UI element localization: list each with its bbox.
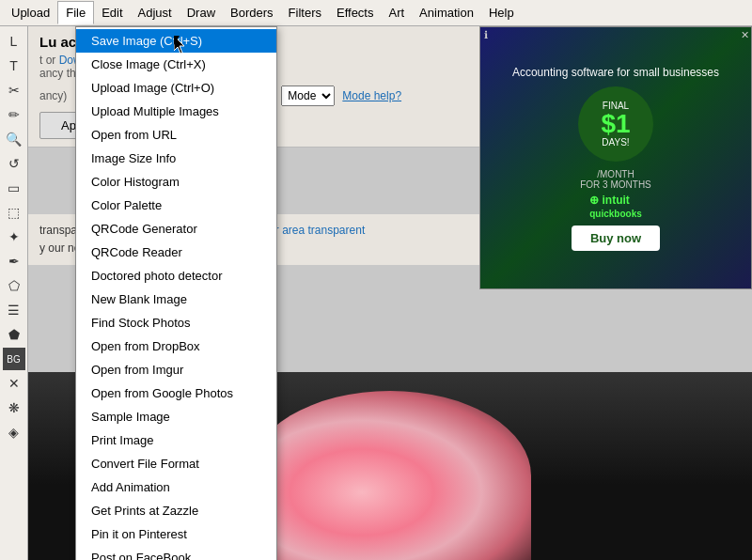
tool-layers[interactable]: ☰ (3, 299, 25, 321)
menu-help[interactable]: Help (481, 2, 522, 23)
ad-info-icon[interactable]: ℹ (484, 29, 488, 41)
tool-pen[interactable]: ✒ (3, 250, 25, 272)
dropdown-item-open-url[interactable]: Open from URL (76, 123, 276, 147)
left-toolbar: L T ✂ ✏ 🔍 ↺ ▭ ⬚ ✦ ✒ ⬠ ☰ ⬟ BG ✕ ❋ ◈ (0, 26, 28, 560)
dropdown-item-prints-zazzle[interactable]: Get Prints at Zazzle (76, 499, 276, 522)
ad-buy-button[interactable]: Buy now (572, 226, 660, 251)
mode-help-link[interactable]: Mode help? (342, 89, 401, 102)
ad-title: Accounting software for small businesses (512, 66, 719, 79)
tool-pencil[interactable]: ✏ (3, 103, 25, 126)
menu-effects[interactable]: Effects (329, 2, 382, 23)
dropdown-item-new-blank[interactable]: New Blank Image (76, 288, 276, 311)
ad-badge: FINAL $1 DAYS! (578, 86, 653, 162)
menu-draw[interactable]: Draw (180, 2, 223, 23)
dropdown-item-upload-image[interactable]: Upload Image (Ctrl+O) (76, 76, 276, 100)
tool-shape[interactable]: ⬠ (3, 274, 25, 297)
menubar: Upload File Edit Adjust Draw Borders Fil… (0, 0, 752, 26)
dropdown-item-add-animation[interactable]: Add Animation (76, 475, 276, 499)
tool-rotate[interactable]: ↺ (3, 152, 25, 175)
dropdown-item-pinterest[interactable]: Pin it on Pinterest (76, 522, 276, 546)
dropdown-item-color-histogram[interactable]: Color Histogram (76, 170, 276, 194)
dropdown-item-print-image[interactable]: Print Image (76, 428, 276, 452)
tool-wand[interactable]: ✦ (3, 226, 25, 248)
tool-extra1[interactable]: BG (3, 348, 25, 370)
menu-upload[interactable]: Upload (4, 2, 57, 23)
ad-logo: ⊕ intuit quickbooks (589, 194, 642, 220)
tool-select[interactable]: ⬚ (3, 201, 25, 224)
ad-content: Accounting software for small businesses… (480, 27, 751, 288)
dropdown-item-open-dropbox[interactable]: Open from DropBox (76, 334, 276, 358)
menu-filters[interactable]: Filters (281, 2, 329, 23)
tool-text[interactable]: T (3, 54, 25, 77)
dropdown-item-open-google-photos[interactable]: Open from Google Photos (76, 381, 276, 405)
menu-edit[interactable]: Edit (94, 2, 130, 23)
dropdown-item-convert-format[interactable]: Convert File Format (76, 452, 276, 475)
ad-close-icon[interactable]: ✕ (741, 29, 749, 41)
ad-period: /MONTH (597, 169, 634, 179)
dropdown-item-find-stock[interactable]: Find Stock Photos (76, 311, 276, 334)
dropdown-item-doctored-detector[interactable]: Doctored photo detector (76, 264, 276, 288)
tool-extra4[interactable]: ◈ (3, 421, 25, 443)
ancy-paren: ancy) (39, 89, 67, 102)
dropdown-item-facebook[interactable]: Post on FaceBook (76, 546, 276, 560)
dropdown-item-upload-multiple[interactable]: Upload Multiple Images (76, 100, 276, 123)
ad-price: $1 (601, 111, 630, 137)
tool-zoom[interactable]: 🔍 (3, 128, 25, 150)
menu-art[interactable]: Art (381, 2, 412, 23)
ad-panel: ℹ ✕ Accounting software for small busine… (479, 26, 752, 289)
ad-days: DAYS! (602, 137, 629, 148)
tool-scissors[interactable]: ✂ (3, 79, 25, 101)
dropdown-item-image-size[interactable]: Image Size Info (76, 147, 276, 170)
dropdown-item-qrcode-gen[interactable]: QRCode Generator (76, 217, 276, 241)
ad-duration: FOR 3 MONTHS (580, 179, 651, 190)
dropdown-item-save-image[interactable]: Save Image (Ctrl+S) (76, 29, 276, 53)
tool-poly[interactable]: ⬟ (3, 323, 25, 346)
menu-animation[interactable]: Animation (412, 2, 481, 23)
dropdown-item-sample-image[interactable]: Sample Image (76, 405, 276, 428)
file-dropdown-menu: Save Image (Ctrl+S) Close Image (Ctrl+X)… (75, 26, 277, 560)
dropdown-item-color-palette[interactable]: Color Palette (76, 194, 276, 217)
tool-extra2[interactable]: ✕ (3, 372, 25, 395)
tool-rect[interactable]: ▭ (3, 177, 25, 199)
dropdown-item-qrcode-reader[interactable]: QRCode Reader (76, 241, 276, 264)
dropdown-item-open-imgur[interactable]: Open from Imgur (76, 358, 276, 381)
threshold-label: t or (39, 54, 59, 67)
flower-image (249, 391, 531, 560)
menu-borders[interactable]: Borders (223, 2, 281, 23)
menu-file[interactable]: File (57, 1, 94, 24)
mode-select[interactable]: Mode (281, 86, 335, 106)
dropdown-item-close-image[interactable]: Close Image (Ctrl+X) (76, 53, 276, 76)
menu-adjust[interactable]: Adjust (131, 2, 180, 23)
tool-lasso[interactable]: L (3, 30, 25, 53)
tool-extra3[interactable]: ❋ (3, 397, 25, 419)
